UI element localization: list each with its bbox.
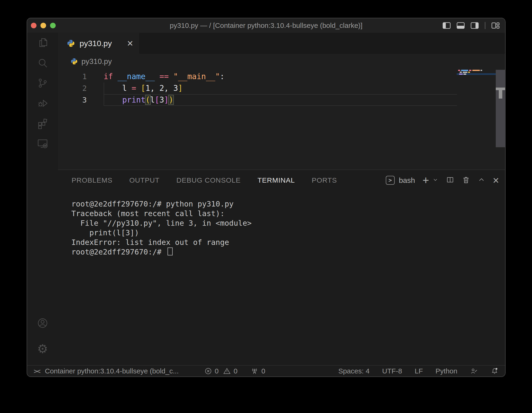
python-file-icon xyxy=(71,58,78,65)
new-terminal-button[interactable]: + xyxy=(423,175,429,186)
activity-bar: ⚙ xyxy=(27,33,58,365)
status-item-python[interactable]: Python xyxy=(436,367,457,375)
kill-terminal-icon[interactable] xyxy=(462,176,470,185)
search-icon xyxy=(37,57,48,69)
vscode-window: py310.py — / [Container python:3.10.4-bu… xyxy=(27,18,505,377)
minimap[interactable] xyxy=(457,70,496,77)
warning-count: 0 xyxy=(234,367,238,375)
tab-py310[interactable]: py310.py × xyxy=(58,33,139,54)
tab-label: py310.py xyxy=(80,39,127,48)
terminal-controls: > bash + × xyxy=(386,170,499,191)
maximize-panel-icon[interactable] xyxy=(478,176,485,184)
toggle-secondary-sidebar-icon[interactable] xyxy=(471,22,479,29)
panel-tab-debug-console[interactable]: DEBUG CONSOLE xyxy=(176,176,241,184)
bottom-panel: PROBLEMSOUTPUTDEBUG CONSOLETERMINALPORTS… xyxy=(58,169,505,365)
panel-tab-output[interactable]: OUTPUT xyxy=(129,176,160,184)
remote-explorer-icon xyxy=(37,138,48,149)
terminal-shell-icon: > xyxy=(386,176,395,185)
ports-status[interactable]: 0 xyxy=(251,367,265,375)
sidebar-item-search[interactable] xyxy=(27,53,58,73)
breadcrumb[interactable]: py310.py xyxy=(58,54,505,69)
extensions-icon xyxy=(37,118,48,129)
broadcast-count: 0 xyxy=(261,367,265,375)
python-file-icon xyxy=(67,39,75,47)
code-editor[interactable]: 1if __name__ == "__main__":2 l = [1, 2, … xyxy=(58,69,505,169)
code-line-2[interactable]: 2 l = [1, 2, 3] xyxy=(58,82,505,94)
remote-indicator[interactable]: >< Container python:3.10.4-bullseye (bol… xyxy=(34,367,179,375)
bell-icon[interactable] xyxy=(491,367,499,375)
panel-tab-bar: PROBLEMSOUTPUTDEBUG CONSOLETERMINALPORTS xyxy=(72,170,337,191)
notification-dot xyxy=(496,368,497,370)
person-feedback-icon[interactable] xyxy=(470,367,478,375)
errors-icon xyxy=(204,367,212,375)
editor-tab-strip: py310.py × xyxy=(58,33,505,54)
warnings-icon xyxy=(223,367,231,375)
terminal-line: IndexError: list index out of range xyxy=(71,238,252,247)
terminal-shell-label[interactable]: bash xyxy=(399,176,415,185)
toggle-primary-sidebar-icon[interactable] xyxy=(443,22,451,29)
line-number: 1 xyxy=(58,71,104,82)
line-number: 2 xyxy=(58,82,104,94)
code-text: print(l[3]) xyxy=(104,94,173,106)
panel-tab-terminal[interactable]: TERMINAL xyxy=(257,176,295,184)
title-bar: py310.py — / [Container python:3.10.4-bu… xyxy=(27,18,505,33)
code-line-3[interactable]: 3 print(l[3]) xyxy=(58,94,505,106)
terminal-line: File "//py310.py", line 3, in <module> xyxy=(71,218,252,228)
accounts-button[interactable] xyxy=(27,316,58,330)
panel-tab-ports[interactable]: PORTS xyxy=(312,176,337,184)
source-control-icon xyxy=(37,78,48,89)
customize-layout-icon[interactable] xyxy=(492,22,500,29)
account-icon xyxy=(37,317,48,329)
breadcrumb-item: py310.py xyxy=(81,57,112,66)
toggle-panel-icon[interactable] xyxy=(457,22,465,29)
line-number: 3 xyxy=(58,94,104,106)
gear-icon: ⚙ xyxy=(37,343,48,355)
terminal-line: root@2e2dff297670:/# python py310.py xyxy=(71,199,252,209)
panel-tab-problems[interactable]: PROBLEMS xyxy=(72,176,113,184)
sidebar-item-extensions[interactable] xyxy=(27,113,58,133)
status-bar: >< Container python:3.10.4-bullseye (bol… xyxy=(27,365,505,376)
titlebar-divider xyxy=(485,22,485,29)
tab-close-icon[interactable]: × xyxy=(127,38,133,49)
status-item-spaces-4[interactable]: Spaces: 4 xyxy=(338,367,370,375)
terminal-cursor xyxy=(168,247,173,256)
terminal-output[interactable]: root@2e2dff297670:/# python py310.pyTrac… xyxy=(71,199,252,257)
sidebar-item-remote-explorer[interactable] xyxy=(27,133,58,154)
editor-scrollbar[interactable] xyxy=(496,70,505,147)
broadcast-icon xyxy=(251,367,258,375)
terminal-line: root@2e2dff297670:/# xyxy=(71,247,252,257)
settings-button[interactable]: ⚙ xyxy=(27,342,58,356)
terminal-launch-dropdown-icon[interactable] xyxy=(432,177,438,184)
files-icon xyxy=(37,37,48,49)
sidebar-item-run-and-debug[interactable] xyxy=(27,93,58,113)
code-text: if __name__ == "__main__": xyxy=(104,71,225,82)
error-count: 0 xyxy=(215,367,219,375)
status-item-utf-8[interactable]: UTF-8 xyxy=(382,367,402,375)
sidebar-item-explorer[interactable] xyxy=(27,33,58,53)
code-line-1[interactable]: 1if __name__ == "__main__": xyxy=(58,71,505,82)
status-item-lf[interactable]: LF xyxy=(415,367,423,375)
terminal-line: print(l[3]) xyxy=(71,228,252,238)
sidebar-item-source-control[interactable] xyxy=(27,73,58,93)
problems-status[interactable]: 0 0 xyxy=(204,367,238,375)
window-title: py310.py — / [Container python:3.10.4-bu… xyxy=(27,18,505,33)
split-terminal-icon[interactable] xyxy=(446,176,454,185)
close-panel-icon[interactable]: × xyxy=(493,175,499,186)
terminal-line: Traceback (most recent call last): xyxy=(71,209,252,218)
run-debug-icon xyxy=(37,98,48,109)
code-text: l = [1, 2, 3] xyxy=(104,82,183,94)
remote-icon: >< xyxy=(34,367,40,375)
remote-label: Container python:3.10.4-bullseye (bold_c… xyxy=(45,367,179,375)
